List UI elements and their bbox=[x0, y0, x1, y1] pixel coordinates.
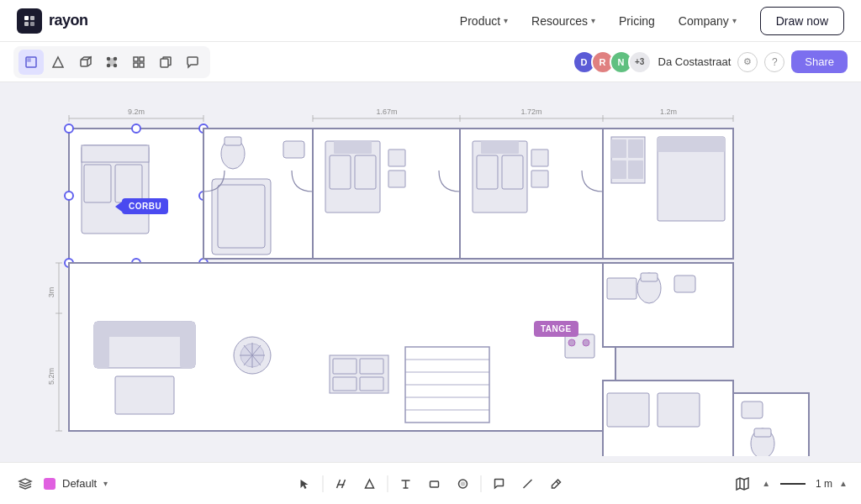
svg-rect-28 bbox=[82, 145, 149, 162]
tool-text[interactable] bbox=[394, 471, 419, 496]
bottom-right: ▲ 1 m ▲ bbox=[730, 471, 848, 496]
svg-point-25 bbox=[65, 192, 73, 200]
tool-select-arrow[interactable] bbox=[293, 471, 318, 496]
layers-icon[interactable] bbox=[13, 472, 37, 496]
svg-rect-36 bbox=[283, 141, 304, 158]
canvas-area[interactable]: .wall { stroke: #8888aa; stroke-width: 2… bbox=[0, 82, 861, 462]
svg-rect-1 bbox=[30, 16, 34, 20]
svg-rect-49 bbox=[531, 150, 548, 166]
chevron-down-icon: ▾ bbox=[504, 16, 508, 25]
svg-rect-2 bbox=[24, 22, 29, 26]
tool-shape[interactable] bbox=[45, 50, 71, 75]
bottom-tools bbox=[293, 471, 569, 496]
svg-rect-62 bbox=[94, 322, 109, 368]
toolbar-right: D R N +3 Da Costastraat ⚙ ? Share bbox=[573, 50, 848, 74]
svg-rect-0 bbox=[24, 16, 29, 20]
svg-rect-7 bbox=[81, 60, 87, 66]
svg-line-123 bbox=[524, 480, 532, 488]
svg-rect-50 bbox=[531, 171, 548, 187]
nav-product[interactable]: Product ▾ bbox=[450, 9, 518, 33]
nav-pricing[interactable]: Pricing bbox=[609, 9, 665, 33]
chevron-down-icon: ▾ bbox=[732, 16, 737, 25]
nav-company[interactable]: Company ▾ bbox=[668, 9, 747, 33]
svg-rect-29 bbox=[84, 165, 111, 202]
svg-rect-40 bbox=[330, 155, 351, 189]
separator bbox=[481, 475, 482, 492]
svg-rect-93 bbox=[658, 393, 700, 427]
tool-grid[interactable] bbox=[126, 50, 151, 75]
svg-rect-90 bbox=[742, 402, 763, 418]
draw-now-button[interactable]: Draw now bbox=[760, 7, 844, 35]
svg-rect-32 bbox=[212, 179, 271, 255]
svg-rect-30 bbox=[115, 165, 142, 202]
logo-text: rayon bbox=[49, 12, 88, 29]
svg-rect-14 bbox=[140, 57, 144, 61]
bottom-left: Default ▾ bbox=[13, 472, 108, 496]
chevron-up-icon: ▲ bbox=[762, 479, 770, 488]
svg-rect-72 bbox=[333, 359, 357, 374]
tool-select[interactable] bbox=[18, 50, 44, 75]
tool-comment[interactable] bbox=[180, 50, 205, 75]
svg-rect-47 bbox=[477, 155, 498, 189]
svg-rect-54 bbox=[628, 139, 643, 158]
svg-rect-46 bbox=[481, 141, 519, 154]
nav-links: Product ▾ Resources ▾ Pricing Company ▾ bbox=[450, 9, 747, 33]
corbu-label: CORBU bbox=[122, 198, 168, 214]
layer-color-dot bbox=[44, 478, 55, 490]
svg-point-122 bbox=[462, 482, 465, 486]
tool-area[interactable] bbox=[99, 50, 124, 75]
svg-rect-84 bbox=[641, 273, 658, 281]
toolbar-tools bbox=[13, 46, 210, 78]
logo[interactable]: rayon bbox=[17, 8, 88, 34]
svg-text:1.72m: 1.72m bbox=[520, 108, 541, 116]
street-label: Da Costastraat bbox=[658, 55, 732, 68]
svg-marker-119 bbox=[366, 480, 374, 488]
svg-rect-120 bbox=[430, 481, 439, 487]
map-toggle[interactable] bbox=[730, 471, 755, 496]
svg-rect-17 bbox=[161, 59, 168, 67]
svg-rect-86 bbox=[607, 278, 637, 299]
tool-pen[interactable] bbox=[544, 471, 569, 496]
svg-text:9.2m: 9.2m bbox=[128, 108, 145, 116]
logo-icon bbox=[17, 8, 42, 34]
chevron-up-icon2: ▲ bbox=[839, 479, 848, 488]
svg-rect-15 bbox=[134, 63, 138, 67]
tool-circle[interactable] bbox=[451, 471, 476, 496]
chevron-down-icon: ▾ bbox=[591, 16, 595, 25]
svg-rect-82 bbox=[603, 263, 733, 347]
svg-rect-35 bbox=[224, 137, 241, 145]
help-icon[interactable]: ⚙ bbox=[737, 52, 758, 72]
svg-rect-39 bbox=[334, 141, 372, 154]
svg-point-96 bbox=[583, 339, 589, 346]
layer-chevron-icon[interactable]: ▾ bbox=[103, 479, 108, 488]
scale-label: 1 m bbox=[816, 478, 832, 490]
tool-cube[interactable] bbox=[72, 50, 98, 75]
tool-rect[interactable] bbox=[422, 471, 447, 496]
svg-rect-48 bbox=[502, 155, 523, 189]
svg-rect-75 bbox=[360, 377, 383, 391]
svg-rect-42 bbox=[388, 150, 405, 166]
avatar-more: +3 bbox=[628, 50, 652, 74]
tool-shape2[interactable] bbox=[357, 471, 383, 496]
svg-rect-16 bbox=[140, 63, 144, 67]
question-mark-icon: ⚙ bbox=[743, 56, 752, 67]
svg-rect-74 bbox=[333, 377, 357, 391]
nav-resources[interactable]: Resources ▾ bbox=[521, 9, 605, 33]
svg-rect-56 bbox=[628, 160, 643, 179]
tange-label: TANGE bbox=[534, 321, 578, 337]
tool-copy[interactable] bbox=[153, 50, 178, 75]
svg-rect-3 bbox=[30, 22, 34, 26]
svg-rect-92 bbox=[607, 393, 649, 427]
scale-bar bbox=[780, 483, 806, 485]
arrow-icon bbox=[115, 202, 122, 212]
toolbar: D R N +3 Da Costastraat ⚙ ? Share bbox=[0, 42, 861, 82]
svg-rect-85 bbox=[674, 276, 695, 292]
share-button[interactable]: Share bbox=[791, 50, 848, 73]
svg-rect-12 bbox=[108, 59, 115, 66]
svg-text:5.2m: 5.2m bbox=[47, 368, 55, 385]
question-icon[interactable]: ? bbox=[764, 52, 784, 72]
tool-line[interactable] bbox=[515, 471, 541, 496]
tool-wall[interactable] bbox=[329, 471, 354, 496]
svg-rect-58 bbox=[658, 137, 725, 152]
tool-comment2[interactable] bbox=[487, 471, 512, 496]
